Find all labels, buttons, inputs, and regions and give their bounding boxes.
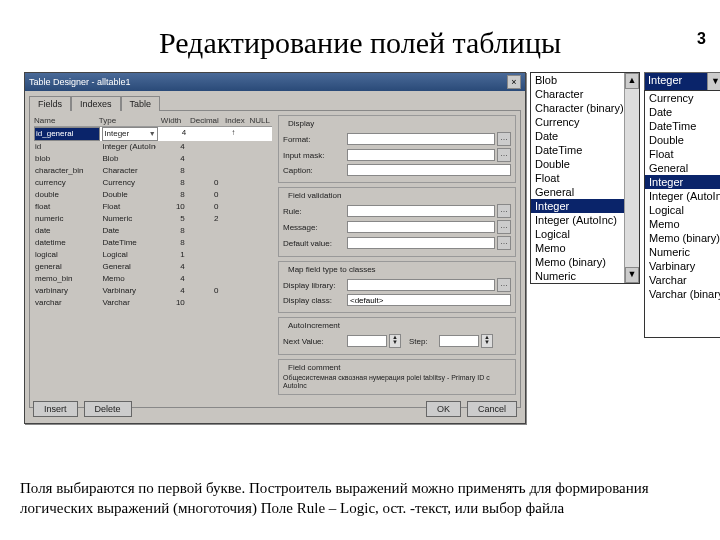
class-input[interactable]: [347, 294, 511, 306]
page-number: 3: [697, 30, 706, 48]
table-row[interactable]: idInteger (AutoInc)4: [34, 141, 272, 153]
table-row[interactable]: memo_binMemo4: [34, 273, 272, 285]
combo-value: Integer: [645, 73, 707, 91]
list-item[interactable]: Blob: [531, 73, 639, 87]
list-item[interactable]: Double: [645, 133, 720, 147]
table-row[interactable]: varbinaryVarbinary40: [34, 285, 272, 297]
mask-input[interactable]: [347, 149, 495, 161]
ok-button[interactable]: OK: [426, 401, 461, 417]
list-item[interactable]: Memo (binary): [645, 231, 720, 245]
step-input[interactable]: [439, 335, 479, 347]
table-row[interactable]: datetimeDateTime8: [34, 237, 272, 249]
type-combo[interactable]: Integer ▼: [644, 72, 720, 92]
chevron-down-icon[interactable]: ▼: [707, 73, 720, 91]
list-item[interactable]: DateTime: [531, 143, 639, 157]
scroll-up-icon[interactable]: ▲: [625, 73, 639, 89]
window-title-text: Table Designer - alltable1: [29, 77, 131, 87]
table-row[interactable]: generalGeneral4: [34, 261, 272, 273]
table-row[interactable]: dateDate8: [34, 225, 272, 237]
list-item[interactable]: Character (binary): [531, 101, 639, 115]
list-item[interactable]: Memo: [645, 217, 720, 231]
table-row[interactable]: id_generalInteger▼4↑: [34, 127, 272, 141]
list-item[interactable]: DateTime: [645, 119, 720, 133]
validation-group: Field validation Rule:… Message:… Defaul…: [278, 187, 516, 257]
table-row[interactable]: varcharVarchar10: [34, 297, 272, 309]
list-item[interactable]: General: [531, 185, 639, 199]
lib-input[interactable]: [347, 279, 495, 291]
table-row[interactable]: blobBlob4: [34, 153, 272, 165]
next-input[interactable]: [347, 335, 387, 347]
list-item[interactable]: Numeric: [645, 245, 720, 259]
scrollbar[interactable]: ▲▼: [624, 73, 639, 283]
scroll-down-icon[interactable]: ▼: [625, 267, 639, 283]
comment-text: Общесистемная сквозная нумерация polei t…: [283, 374, 511, 390]
list-item[interactable]: Logical: [645, 203, 720, 217]
table-designer-window: Table Designer - alltable1 × Fields Inde…: [24, 72, 526, 424]
tab-fields[interactable]: Fields: [29, 96, 71, 111]
autoinc-group: AutoIncrement Next Value:▲▼ Step:▲▼: [278, 317, 516, 355]
table-row[interactable]: doubleDouble80: [34, 189, 272, 201]
list-item[interactable]: Integer: [531, 199, 639, 213]
format-input[interactable]: [347, 133, 495, 145]
slide-title: Редактирование полей таблицы: [20, 26, 700, 60]
list-item[interactable]: Integer: [645, 175, 720, 189]
list-item[interactable]: Integer (AutoInc): [531, 213, 639, 227]
table-row[interactable]: numericNumeric52: [34, 213, 272, 225]
ellipsis-button[interactable]: …: [497, 132, 511, 146]
comment-group: Field comment Общесистемная сквозная нум…: [278, 359, 516, 395]
display-group: Display Format:… Input mask:… Caption:: [278, 115, 516, 183]
list-item[interactable]: Date: [645, 105, 720, 119]
list-item[interactable]: Currency: [531, 115, 639, 129]
list-item[interactable]: Numeric: [531, 269, 639, 283]
list-item[interactable]: General: [645, 161, 720, 175]
list-item[interactable]: Date: [531, 129, 639, 143]
message-input[interactable]: [347, 221, 495, 233]
list-item[interactable]: Varchar: [645, 273, 720, 287]
close-icon[interactable]: ×: [507, 75, 521, 89]
list-item[interactable]: Memo (binary): [531, 255, 639, 269]
table-row[interactable]: currencyCurrency80: [34, 177, 272, 189]
tab-table[interactable]: Table: [121, 96, 161, 111]
list-item[interactable]: Character: [531, 87, 639, 101]
type-list-2[interactable]: CurrencyDateDateTimeDoubleFloatGeneralIn…: [644, 90, 720, 338]
tab-indexes[interactable]: Indexes: [71, 96, 121, 111]
fields-grid[interactable]: id_generalInteger▼4↑idInteger (AutoInc)4…: [34, 127, 272, 309]
insert-button[interactable]: Insert: [33, 401, 78, 417]
list-item[interactable]: Double: [531, 157, 639, 171]
tab-strip: Fields Indexes Table: [29, 95, 521, 110]
table-row[interactable]: character_binCharacter8: [34, 165, 272, 177]
spinner-icon[interactable]: ▲▼: [389, 334, 401, 348]
table-row[interactable]: floatFloat100: [34, 201, 272, 213]
list-item[interactable]: Currency: [645, 91, 720, 105]
window-titlebar[interactable]: Table Designer - alltable1 ×: [25, 73, 525, 91]
delete-button[interactable]: Delete: [84, 401, 132, 417]
list-item[interactable]: Float: [645, 147, 720, 161]
type-list-1[interactable]: BlobCharacterCharacter (binary)CurrencyD…: [530, 72, 640, 284]
list-item[interactable]: Float: [531, 171, 639, 185]
rule-input[interactable]: [347, 205, 495, 217]
table-row[interactable]: logicalLogical1: [34, 249, 272, 261]
grid-header: Name Type Width Decimal Index NULL: [34, 115, 272, 127]
slide-caption: Поля выбираются по первой букве. Построи…: [20, 478, 700, 518]
list-item[interactable]: Varbinary: [645, 259, 720, 273]
list-item[interactable]: Logical: [531, 227, 639, 241]
list-item[interactable]: Memo: [531, 241, 639, 255]
default-input[interactable]: [347, 237, 495, 249]
cancel-button[interactable]: Cancel: [467, 401, 517, 417]
caption-input[interactable]: [347, 164, 511, 176]
mapclass-group: Map field type to classes Display librar…: [278, 261, 516, 313]
list-item[interactable]: Varchar (binary): [645, 287, 720, 301]
list-item[interactable]: Integer (AutoInc): [645, 189, 720, 203]
